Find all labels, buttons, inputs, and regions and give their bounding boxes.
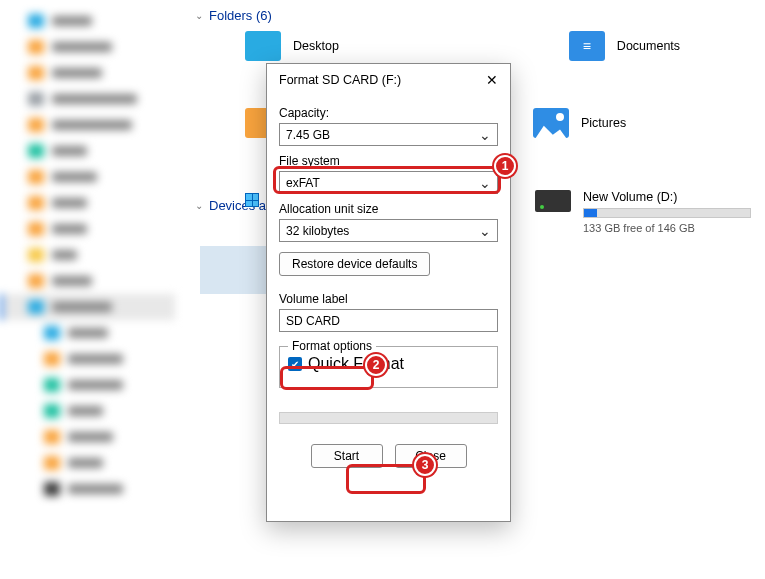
sidebar-item[interactable] <box>0 164 175 190</box>
sidebar-icon <box>28 40 44 54</box>
sidebar-item[interactable] <box>0 320 175 346</box>
sidebar-icon <box>28 274 44 288</box>
document-icon: ≡ <box>569 31 605 61</box>
drive-icon <box>535 190 571 212</box>
sidebar-item[interactable] <box>0 476 175 502</box>
sidebar-item[interactable] <box>0 242 175 268</box>
folder-icon <box>245 31 281 61</box>
sidebar-item-label <box>52 146 87 156</box>
filesystem-select[interactable]: exFAT <box>279 171 498 194</box>
chevron-down-icon: ⌄ <box>195 10 203 21</box>
folder-desktop[interactable]: Desktop <box>245 31 339 61</box>
sidebar-icon <box>28 92 44 106</box>
capacity-select[interactable]: 7.45 GB <box>279 123 498 146</box>
sidebar-item[interactable] <box>0 86 175 112</box>
annotation-badge-1: 1 <box>494 155 516 177</box>
annotation-badge-3: 3 <box>414 454 436 476</box>
sidebar-item-label <box>52 42 112 52</box>
sidebar-item[interactable] <box>0 190 175 216</box>
sidebar-item-label <box>52 302 112 312</box>
quick-format-label: Quick Format <box>308 355 404 373</box>
folder-documents[interactable]: ≡ Documents <box>569 31 680 61</box>
volume-label-label: Volume label <box>279 292 498 306</box>
sidebar-icon <box>44 352 60 366</box>
filesystem-label: File system <box>279 154 498 168</box>
chevron-down-icon: ⌄ <box>195 200 203 211</box>
sidebar-item-label <box>68 432 113 442</box>
sidebar-icon <box>28 118 44 132</box>
sidebar-item-label <box>52 16 92 26</box>
sidebar-item[interactable] <box>0 346 175 372</box>
main-content: ⌄ Folders (6) ✔ Desktop ≡ Documents Pict… <box>195 8 755 61</box>
pictures-icon <box>533 108 569 138</box>
close-icon[interactable]: ✕ <box>484 72 500 88</box>
restore-defaults-button[interactable]: Restore device defaults <box>279 252 430 276</box>
folders-label: Folders (6) <box>209 8 272 23</box>
windows-icon <box>245 193 259 207</box>
format-options-legend: Format options <box>288 339 376 353</box>
sidebar-item[interactable] <box>0 268 175 294</box>
sidebar-icon <box>28 222 44 236</box>
folder-label: Desktop <box>293 39 339 53</box>
sidebar-item-label <box>68 484 123 494</box>
sidebar-icon <box>28 196 44 210</box>
allocation-label: Allocation unit size <box>279 202 498 216</box>
sidebar-item[interactable] <box>0 398 175 424</box>
sidebar-icon <box>44 482 60 496</box>
sidebar-icon <box>28 144 44 158</box>
annotation-badge-2: 2 <box>365 354 387 376</box>
computer-icon <box>28 300 44 314</box>
drive-free-text: 133 GB free of 146 GB <box>583 222 751 234</box>
format-dialog: Format SD CARD (F:) ✕ Capacity: 7.45 GB … <box>266 63 511 522</box>
sidebar-item[interactable] <box>0 372 175 398</box>
sidebar-icon <box>28 66 44 80</box>
folders-header[interactable]: ⌄ Folders (6) <box>195 8 755 23</box>
sidebar-item[interactable] <box>0 60 175 86</box>
progress-bar <box>279 412 498 424</box>
sidebar-item-label <box>52 94 137 104</box>
folder-label: Pictures <box>581 116 626 130</box>
sidebar-item[interactable] <box>0 138 175 164</box>
sidebar-item-label <box>52 198 87 208</box>
drive-new-volume[interactable]: New Volume (D:) 133 GB free of 146 GB <box>535 190 751 234</box>
sidebar-item-label <box>68 328 108 338</box>
sidebar-item-label <box>68 380 123 390</box>
sidebar-icon <box>44 326 60 340</box>
allocation-select[interactable]: 32 kilobytes <box>279 219 498 242</box>
folder-pictures[interactable]: Pictures <box>533 108 626 138</box>
sidebar-item[interactable] <box>0 34 175 60</box>
sidebar-icon <box>44 404 60 418</box>
sidebar-item-selected[interactable] <box>0 294 175 320</box>
sidebar-icon <box>28 170 44 184</box>
folder-label: Documents <box>617 39 680 53</box>
sidebar-item-label <box>52 276 92 286</box>
sidebar <box>0 0 175 579</box>
sidebar-icon <box>44 378 60 392</box>
sidebar-item-label <box>52 120 132 130</box>
sidebar-item-label <box>68 458 103 468</box>
volume-label-input[interactable]: SD CARD <box>279 309 498 332</box>
sidebar-item-label <box>52 250 77 260</box>
capacity-label: Capacity: <box>279 106 498 120</box>
quick-format-checkbox[interactable]: ✔ Quick Format <box>288 355 489 373</box>
start-button[interactable]: Start <box>311 444 383 468</box>
sidebar-icon <box>28 14 44 28</box>
sidebar-item[interactable] <box>0 424 175 450</box>
sidebar-item-label <box>52 224 87 234</box>
dialog-title: Format SD CARD (F:) <box>279 73 401 87</box>
drive-usage-bar <box>583 208 751 218</box>
checkbox-checked-icon: ✔ <box>288 357 302 371</box>
sidebar-item[interactable] <box>0 112 175 138</box>
sidebar-item-label <box>68 354 123 364</box>
format-options-group: Format options ✔ Quick Format <box>279 346 498 388</box>
sidebar-icon <box>44 456 60 470</box>
sidebar-item[interactable] <box>0 8 175 34</box>
sidebar-item-label <box>52 68 102 78</box>
sidebar-item[interactable] <box>0 450 175 476</box>
sidebar-item[interactable] <box>0 216 175 242</box>
drive-name: New Volume (D:) <box>583 190 751 204</box>
sidebar-item-label <box>52 172 97 182</box>
sidebar-icon <box>44 430 60 444</box>
sidebar-item-label <box>68 406 103 416</box>
sidebar-icon <box>28 248 44 262</box>
